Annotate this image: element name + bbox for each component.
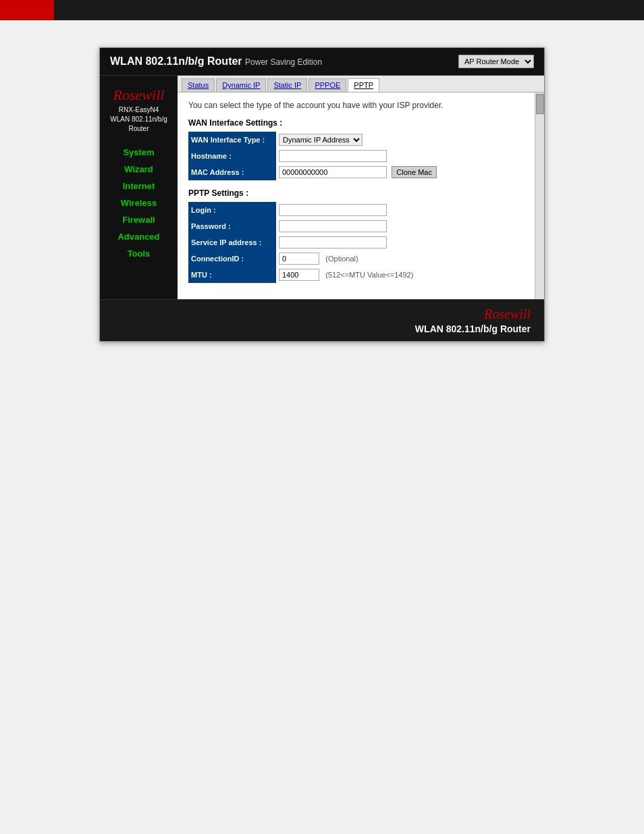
tab-pptp[interactable]: PPTP xyxy=(348,78,379,92)
connectionid-label: ConnectionID : xyxy=(188,251,276,267)
tab-static-ip[interactable]: Static IP xyxy=(267,78,307,92)
panel-with-scroll: You can select the type of the account y… xyxy=(178,93,544,299)
top-bar xyxy=(0,0,644,20)
table-row: ConnectionID : (Optional) xyxy=(188,251,524,267)
sidebar-nav: System Wizard Internet Wireless Firewall… xyxy=(100,144,178,262)
login-cell xyxy=(276,202,524,218)
mac-input[interactable] xyxy=(279,166,387,178)
hostname-cell xyxy=(276,148,524,164)
password-input[interactable] xyxy=(279,220,387,232)
table-row: Hostname : xyxy=(188,148,524,164)
router-footer: Rosewill WLAN 802.11n/b/g Router xyxy=(100,299,544,341)
sidebar: Rosewill RNX-EasyN4 WLAN 802.11n/b/g Rou… xyxy=(100,76,178,299)
table-row: WAN Interface Type : Dynamic IP Address xyxy=(188,132,524,148)
panel-content: You can select the type of the account y… xyxy=(178,93,535,299)
sidebar-model: RNX-EasyN4 WLAN 802.11n/b/g Router xyxy=(103,105,174,134)
router-header: WLAN 802.11n/b/g Router Power Saving Edi… xyxy=(100,48,544,76)
scroll-bar[interactable] xyxy=(535,93,544,299)
clone-mac-button[interactable]: Clone Mac xyxy=(392,166,437,178)
router-title: WLAN 802.11n/b/g Router Power Saving Edi… xyxy=(110,55,322,68)
router-title-text: WLAN 802.11n/b/g Router xyxy=(110,55,242,67)
mac-cell: Clone Mac xyxy=(276,164,524,180)
router-ui: WLAN 802.11n/b/g Router Power Saving Edi… xyxy=(99,47,545,342)
wan-type-cell: Dynamic IP Address xyxy=(276,132,524,148)
mtu-hint: (512<=MTU Value<=1492) xyxy=(325,271,413,279)
tab-pppoe[interactable]: PPPOE xyxy=(308,78,346,92)
connectionid-cell: (Optional) xyxy=(276,251,524,267)
service-ip-cell xyxy=(276,234,524,251)
sidebar-logo: Rosewill RNX-EasyN4 WLAN 802.11n/b/g Rou… xyxy=(100,82,178,137)
panel-scroll-content: You can select the type of the account y… xyxy=(178,93,535,299)
pptp-form-table: Login : Password : xyxy=(188,202,524,283)
sidebar-item-internet[interactable]: Internet xyxy=(100,178,178,194)
scroll-thumb[interactable] xyxy=(536,94,544,114)
login-label: Login : xyxy=(188,202,276,218)
wan-section-title: WAN Interface Settings : xyxy=(188,118,524,128)
main-panel: Status Dynamic IP Static IP PPPOE PPTP Y… xyxy=(178,76,544,299)
mtu-cell: (512<=MTU Value<=1492) xyxy=(276,267,524,283)
table-row: MTU : (512<=MTU Value<=1492) xyxy=(188,267,524,283)
sidebar-rosewill-logo: Rosewill xyxy=(103,88,174,103)
intro-text: You can select the type of the account y… xyxy=(188,101,524,110)
router-edition: Power Saving Edition xyxy=(245,57,322,67)
top-bar-main xyxy=(54,0,644,20)
footer-logo: Rosewill xyxy=(484,307,531,322)
sidebar-item-system[interactable]: System xyxy=(100,144,178,161)
mac-label: MAC Address : xyxy=(188,164,276,180)
connectionid-input[interactable] xyxy=(279,253,319,265)
optional-text: (Optional) xyxy=(325,255,358,263)
password-label: Password : xyxy=(188,218,276,234)
router-content: Rosewill RNX-EasyN4 WLAN 802.11n/b/g Rou… xyxy=(100,76,544,299)
tab-status[interactable]: Status xyxy=(182,78,215,92)
table-row: Service IP address : xyxy=(188,234,524,251)
mtu-label: MTU : xyxy=(188,267,276,283)
sidebar-item-advanced[interactable]: Advanced xyxy=(100,228,178,245)
tabs-bar: Status Dynamic IP Static IP PPPOE PPTP xyxy=(178,76,544,93)
table-row: Password : xyxy=(188,218,524,234)
service-ip-label: Service IP address : xyxy=(188,234,276,251)
login-input[interactable] xyxy=(279,204,387,216)
mtu-input[interactable] xyxy=(279,269,319,281)
wan-type-label: WAN Interface Type : xyxy=(188,132,276,148)
sidebar-item-tools[interactable]: Tools xyxy=(100,245,178,262)
mode-select[interactable]: AP Router Mode xyxy=(458,55,534,68)
top-bar-accent xyxy=(0,0,54,20)
tab-dynamic-ip[interactable]: Dynamic IP xyxy=(216,78,266,92)
table-row: Login : xyxy=(188,202,524,218)
hostname-label: Hostname : xyxy=(188,148,276,164)
sidebar-item-wizard[interactable]: Wizard xyxy=(100,161,178,178)
page-wrapper: WLAN 802.11n/b/g Router Power Saving Edi… xyxy=(0,20,644,369)
sidebar-item-firewall[interactable]: Firewall xyxy=(100,211,178,228)
sidebar-item-wireless[interactable]: Wireless xyxy=(100,194,178,211)
wan-form-table: WAN Interface Type : Dynamic IP Address … xyxy=(188,132,524,180)
hostname-input[interactable] xyxy=(279,150,387,162)
wan-type-select[interactable]: Dynamic IP Address xyxy=(279,134,363,146)
password-cell xyxy=(276,218,524,234)
pptp-section-title: PPTP Settings : xyxy=(188,188,524,198)
service-ip-input[interactable] xyxy=(279,236,387,249)
table-row: MAC Address : Clone Mac xyxy=(188,164,524,180)
footer-model: WLAN 802.11n/b/g Router xyxy=(415,323,531,334)
